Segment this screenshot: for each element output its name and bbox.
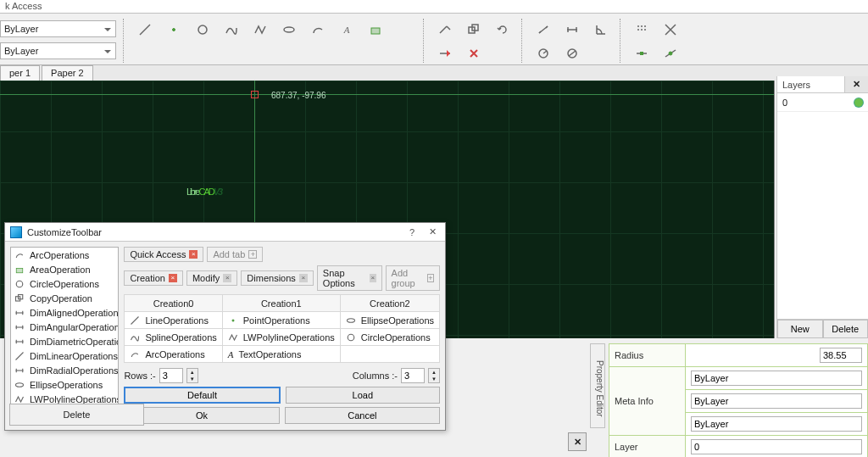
tab-strip-groups: Creation× Modify× Dimensions× Snap Optio… [124,265,440,291]
remove-icon[interactable] [465,44,483,63]
dim-radial-icon[interactable] [534,44,553,63]
grid-cell[interactable]: LWPolylineOperations [228,332,335,343]
cols-spinner[interactable]: Columns :- ▲▼ [353,368,440,383]
tab-quick-access[interactable]: Quick Access× [124,247,203,262]
dialog-title: CustomizeToolbar [27,227,399,237]
canvas-tab[interactable]: per 1 [0,65,40,81]
svg-point-1 [198,25,207,34]
svg-point-13 [644,29,646,31]
svg-point-0 [173,29,175,31]
delete-button[interactable]: Delete [9,404,144,426]
spline-icon[interactable] [222,20,241,39]
grid-cell[interactable]: ATextOperations [228,349,335,359]
meta-input[interactable] [691,393,862,409]
close-tab-icon[interactable]: × [169,274,177,282]
grid-head: Creation0 [125,295,222,312]
tab-modify[interactable]: Modify× [186,270,237,286]
svg-point-20 [16,382,24,387]
circle-icon[interactable] [193,20,212,39]
svg-point-23 [348,334,354,341]
arc-icon[interactable] [309,20,327,39]
ellipse-icon[interactable] [280,20,298,39]
add-group-button[interactable]: Add group+ [386,265,440,291]
dialog-titlebar[interactable]: CustomizeToolbar ? ✕ [5,223,445,242]
close-icon[interactable]: ✕ [568,432,587,451]
meta-input[interactable] [691,371,862,386]
list-item[interactable]: CopyOperation [11,291,118,305]
property-editor-tab[interactable]: Property Editor [590,343,605,428]
grid-cell[interactable]: ArcOperations [130,349,216,359]
close-tab-icon[interactable]: × [370,274,376,282]
cancel-button[interactable]: Cancel [285,407,440,424]
close-tab-icon[interactable]: × [189,250,198,259]
add-tab-button[interactable]: Add tab+ [207,247,263,262]
grid-cell[interactable]: SplineOperations [130,332,216,343]
canvas-tab[interactable]: Paper 2 [42,65,93,81]
rows-input[interactable] [159,368,183,383]
app-icon [10,226,22,238]
svg-point-15 [669,52,672,55]
ok-button[interactable]: Ok [124,407,279,424]
radius-input[interactable] [820,348,862,363]
trim-icon[interactable] [436,44,454,63]
snap-entity-icon[interactable] [661,44,680,63]
list-item[interactable]: DimDiametricOperations [11,334,118,348]
tab-creation[interactable]: Creation× [124,270,183,286]
close-icon[interactable]: ✕ [425,226,440,237]
layers-panel: Layers ✕ 0 New Delete [776,76,868,338]
cols-input[interactable] [401,368,425,383]
combo-value: ByLayer [4,46,38,56]
canvas-tabs: per 1 Paper 2 [0,65,868,81]
line-icon[interactable] [136,20,154,39]
dim-linear-icon[interactable] [563,20,581,39]
list-item[interactable]: AreaOperation [11,262,118,276]
operations-list[interactable]: ArcOperationsAreaOperationCircleOperatio… [10,247,119,425]
draw-tool-group-1: A [133,17,416,64]
layer-combo-2[interactable]: ByLayer [0,42,116,59]
list-item[interactable]: DimLinearOperations [11,348,118,363]
help-icon[interactable]: ? [404,227,420,237]
rows-spinner[interactable]: Rows :- ▲▼ [124,368,198,383]
polyline-icon[interactable] [251,20,270,39]
snap-grid-icon[interactable] [632,20,651,39]
top-toolbar-area: ByLayer ByLayer A [0,14,868,65]
combo-value: ByLayer [4,24,38,34]
close-icon[interactable]: ✕ [844,76,868,92]
rotate-icon[interactable] [493,20,512,39]
dimension-tool-group [531,17,613,64]
snap-intersection-icon[interactable] [661,20,680,39]
grid-cell[interactable]: EllipseOperations [346,315,434,326]
layer-combo-1[interactable]: ByLayer [0,20,116,37]
layer-input[interactable] [691,439,862,454]
modify-tool-group [433,17,515,64]
dim-aligned-icon[interactable] [534,20,553,39]
window-title: k Access [0,0,868,14]
load-button[interactable]: Load [286,387,440,404]
list-item[interactable]: DimAlignedOperations [11,305,118,320]
dim-diametric-icon[interactable] [563,44,581,63]
grid-cell[interactable]: PointOperations [228,315,335,326]
list-item[interactable]: EllipseOperations [11,377,118,392]
area-icon[interactable] [366,20,385,39]
layer-row[interactable]: 0 [777,93,868,112]
list-item[interactable]: ArcOperations [11,248,118,262]
list-item[interactable]: CircleOperations [11,276,118,291]
grid-cell[interactable]: CircleOperations [346,332,434,343]
list-item[interactable]: DimRadialOperations [11,363,118,377]
delete-layer-button[interactable]: Delete [823,320,869,338]
tab-dimensions[interactable]: Dimensions× [241,270,313,286]
dim-angular-icon[interactable] [592,20,610,39]
grid-cell[interactable]: LineOperations [130,315,216,326]
list-item[interactable]: DimAngularOperations [11,320,118,334]
close-tab-icon[interactable]: × [299,274,308,282]
text-icon[interactable]: A [337,20,356,39]
tab-snap[interactable]: Snap Options× [317,265,382,291]
default-button[interactable]: Default [124,387,280,404]
close-tab-icon[interactable]: × [223,274,231,282]
snap-middle-icon[interactable] [632,44,651,63]
new-layer-button[interactable]: New [777,320,823,338]
copy-icon[interactable] [465,20,483,39]
move-icon[interactable] [436,20,454,39]
meta-input[interactable] [691,416,862,432]
point-icon[interactable] [164,20,183,39]
